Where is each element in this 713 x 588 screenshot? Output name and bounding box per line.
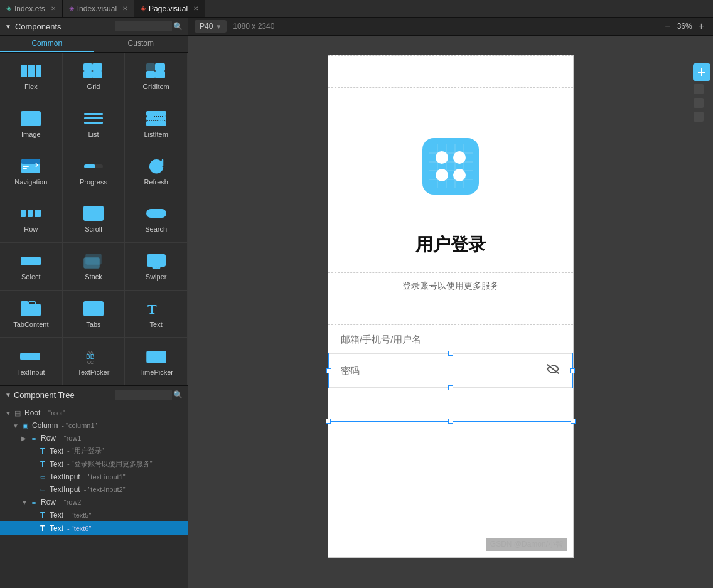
tree-node-textinput2[interactable]: ▶ ▭ TextInput - "text-input2" [0, 483, 188, 496]
comp-search[interactable]: Search [125, 195, 188, 243]
tab-custom[interactable]: Custom [94, 36, 188, 52]
tree-search-icon: 🔍 [173, 390, 183, 399]
svg-rect-1 [28, 65, 35, 77]
ti2-node-icon: ▭ [38, 486, 48, 493]
tab-close-2[interactable]: ✕ [193, 5, 198, 12]
password-input[interactable] [341, 365, 545, 376]
row-icon [18, 204, 43, 223]
page-selector-chevron: ▼ [215, 23, 222, 30]
comp-griditem[interactable]: GridItem [125, 53, 188, 100]
row1-node-icon: ≡ [29, 434, 39, 442]
comp-text[interactable]: T Text [125, 291, 188, 338]
comp-textpicker[interactable]: AABBCC TextPicker [63, 338, 126, 385]
add-component-button[interactable] [693, 63, 710, 81]
comp-image[interactable]: Image [0, 100, 63, 148]
canvas-viewport[interactable]: 用户登录 登录账号以使用更多服务 [188, 36, 713, 588]
ti1-node-icon: ▭ [38, 474, 48, 480]
comp-scroll[interactable]: Scroll [63, 195, 126, 243]
list-icon [81, 109, 106, 128]
page-selector[interactable]: P40 ▼ [195, 20, 227, 33]
comp-refresh[interactable]: Refresh [125, 147, 188, 195]
textinput-comp-icon [18, 347, 43, 366]
side-btn-4[interactable] [694, 112, 704, 122]
stack-icon [81, 252, 106, 270]
login-subtitle: 登录账号以使用更多服务 [341, 281, 560, 292]
tab-bar: ◈ Index.ets ✕ ◈ Index.visual ✕ ◈ Page.vi… [0, 0, 713, 18]
comp-stack[interactable]: Stack [63, 243, 126, 291]
zoom-in-button[interactable]: + [696, 21, 707, 32]
tree-search-container: 🔍 [115, 390, 183, 400]
node-arrow-text5: ▶ [30, 511, 36, 518]
tree-node-row1[interactable]: ▶ ≡ Row - "row1" [0, 432, 188, 444]
comp-navigation[interactable]: Navigation [0, 147, 63, 195]
column-node-icon: ▣ [20, 422, 30, 430]
node-arrow-column: ▼ [13, 422, 19, 429]
tab-page-visual[interactable]: ◈ Page.visual ✕ [134, 0, 205, 17]
comp-select[interactable]: Select [0, 243, 63, 291]
comp-row[interactable]: Row [0, 195, 63, 243]
side-btn-3[interactable] [694, 98, 704, 108]
tree-list: ▼ ▤ Root - "root" ▼ ▣ Column - "column1"… [0, 404, 188, 537]
svg-rect-4 [93, 64, 102, 70]
svg-text:00:00: 00:00 [148, 355, 163, 361]
tab-index-visual[interactable]: ◈ Index.visual ✕ [63, 0, 134, 17]
tab-index-ets[interactable]: ◈ Index.ets ✕ [0, 0, 63, 17]
svg-rect-22 [23, 168, 27, 169]
text5-node-icon: T [38, 510, 48, 520]
comp-timepicker[interactable]: 00:00 TimePicker [125, 338, 188, 385]
comp-textinput[interactable]: TextInput [0, 338, 63, 385]
comp-flex[interactable]: Flex [0, 53, 63, 100]
comp-listitem[interactable]: ListItem [125, 100, 188, 148]
zoom-out-button[interactable]: − [662, 21, 673, 32]
svg-rect-14 [84, 117, 103, 119]
tree-node-textinput1[interactable]: ▶ ▭ TextInput - "text-input1" [0, 471, 188, 483]
svg-point-67 [453, 151, 466, 164]
watermark: GSDN @Damon/小智 [486, 538, 567, 551]
component-tree-section: ▼ Component Tree 🔍 ▼ ▤ Root - "root" [0, 385, 188, 537]
visual-file-icon: ◈ [69, 4, 74, 13]
svg-rect-15 [84, 122, 103, 124]
search-comp-icon [144, 204, 169, 223]
side-btn-2[interactable] [694, 84, 704, 94]
root-node-icon: ▤ [13, 409, 23, 417]
swiper-icon [144, 252, 169, 270]
tree-node-column[interactable]: ▼ ▣ Column - "column1" [0, 419, 188, 432]
email-input[interactable] [341, 334, 560, 345]
tree-node-root[interactable]: ▼ ▤ Root - "root" [0, 407, 188, 419]
progress-icon [81, 157, 106, 176]
tree-node-row2[interactable]: ▼ ≡ Row - "row2" [0, 496, 188, 508]
comp-tabcontent[interactable]: TabContent [0, 291, 63, 338]
comp-tabs[interactable]: Tabs [63, 291, 126, 338]
tab-common[interactable]: Common [0, 36, 94, 52]
tab-close-1[interactable]: ✕ [122, 5, 127, 12]
tree-search-input[interactable] [115, 390, 172, 400]
text-comp-icon: T [144, 299, 169, 318]
svg-rect-13 [84, 113, 103, 115]
svg-rect-26 [28, 210, 33, 217]
comp-swiper[interactable]: Swiper [125, 243, 188, 291]
svg-point-39 [153, 267, 154, 269]
textpicker-icon: AABBCC [81, 347, 106, 366]
svg-rect-16 [147, 112, 166, 115]
components-search-input[interactable] [115, 21, 172, 31]
svg-rect-21 [23, 166, 29, 167]
listitem-icon [144, 109, 169, 128]
tree-node-text5[interactable]: ▶ T Text - "text5" [0, 508, 188, 521]
eye-toggle-icon[interactable] [545, 363, 560, 378]
comp-list[interactable]: List [63, 100, 126, 148]
comp-grid[interactable]: Grid [63, 53, 126, 100]
tabcontent-icon [18, 299, 43, 318]
text2-node-icon: T [38, 459, 48, 469]
svg-point-66 [436, 151, 448, 164]
tree-node-text6[interactable]: ▶ T Text - "text6" [0, 521, 188, 535]
tab-close-0[interactable]: ✕ [51, 5, 56, 12]
svg-rect-18 [147, 122, 166, 126]
tree-node-text1[interactable]: ▶ T Text - "用户登录" [0, 444, 188, 457]
svg-text:CC: CC [87, 360, 94, 365]
tree-node-text2[interactable]: ▶ T Text - "登录账号以使用更多服务" [0, 457, 188, 471]
node-arrow-root: ▼ [5, 410, 11, 417]
svg-rect-45 [84, 302, 103, 316]
svg-rect-5 [84, 72, 92, 78]
comp-progress[interactable]: Progress [63, 147, 126, 195]
svg-rect-0 [21, 65, 27, 77]
